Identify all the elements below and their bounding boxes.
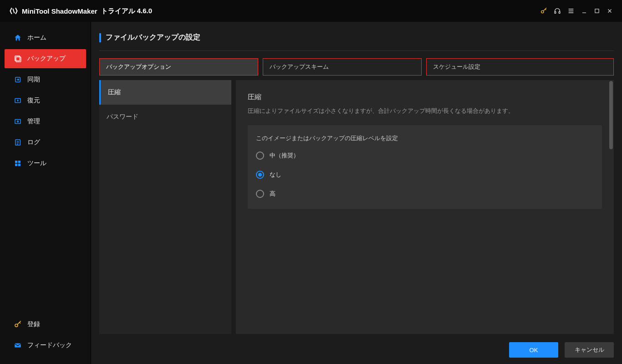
group-title: このイメージまたはバックアップの圧縮レベルを設定: [256, 134, 594, 142]
option-item-password[interactable]: パスワード: [99, 105, 231, 129]
radio-label: 中（推奨）: [270, 152, 299, 160]
svg-rect-12: [18, 161, 20, 163]
option-item-compression[interactable]: 圧縮: [99, 80, 231, 105]
radio-label: 高: [270, 190, 275, 198]
tab-label: バックアップオプション: [106, 63, 171, 71]
svg-rect-3: [595, 9, 599, 13]
tab-backup-scheme[interactable]: バックアップスキーム: [263, 58, 422, 76]
sidebar-item-label: 同期: [27, 76, 40, 84]
sidebar-item-manage[interactable]: 管理: [5, 112, 86, 131]
key-icon[interactable]: [540, 7, 547, 15]
sidebar-item-tools[interactable]: ツール: [5, 154, 86, 173]
sidebar-item-restore[interactable]: 復元: [5, 91, 86, 110]
main-panel: ファイルバックアップの設定 バックアップオプション バックアップスキーム スケジ…: [91, 22, 622, 364]
app-name: MiniTool ShadowMaker: [22, 7, 97, 15]
option-item-label: 圧縮: [108, 88, 121, 96]
body-split: 圧縮 パスワード 圧縮 圧縮によりファイルサイズは小さくなりますが、合計バックア…: [99, 80, 614, 334]
svg-rect-11: [15, 161, 17, 163]
page-header-mark: [99, 33, 101, 42]
app-logo-icon: [9, 6, 18, 15]
svg-rect-8: [15, 120, 20, 124]
svg-rect-14: [18, 164, 20, 166]
radio-icon: [256, 171, 264, 179]
radio-icon: [256, 190, 264, 198]
register-key-icon: [14, 320, 22, 329]
detail-scrollbar[interactable]: [609, 81, 613, 149]
tab-bar: バックアップオプション バックアップスキーム スケジュール設定: [99, 58, 614, 76]
sidebar-item-log[interactable]: ログ: [5, 133, 86, 152]
sidebar: ホーム バックアップ 同期 復元: [0, 22, 91, 364]
manage-icon: [14, 117, 22, 126]
tab-backup-options[interactable]: バックアップオプション: [99, 58, 258, 76]
restore-icon: [14, 96, 22, 105]
option-item-label: パスワード: [107, 113, 138, 120]
page-title: ファイルバックアップの設定: [106, 33, 200, 42]
sidebar-main-list: ホーム バックアップ 同期 復元: [0, 27, 91, 174]
compression-group: このイメージまたはバックアップの圧縮レベルを設定 中（推奨） なし 高: [248, 125, 602, 209]
maximize-icon[interactable]: [594, 8, 600, 14]
radio-option-high[interactable]: 高: [256, 190, 594, 198]
svg-rect-2: [559, 11, 560, 13]
minimize-icon[interactable]: [581, 8, 587, 14]
menu-icon[interactable]: [567, 7, 575, 15]
sync-icon: [14, 76, 22, 84]
footer: OK キャンセル: [99, 334, 614, 358]
sidebar-bottom-list: 登録 フィードバック: [0, 314, 91, 359]
close-icon[interactable]: [607, 8, 613, 14]
sidebar-item-sync[interactable]: 同期: [5, 70, 86, 89]
headset-icon[interactable]: [554, 7, 561, 15]
title-left: MiniTool ShadowMaker トライアル 4.6.0: [9, 6, 152, 15]
title-bar: MiniTool ShadowMaker トライアル 4.6.0: [0, 0, 622, 22]
sidebar-item-label: ホーム: [27, 34, 46, 42]
radio-dot: [258, 173, 262, 177]
detail-panel: 圧縮 圧縮によりファイルサイズは小さくなりますが、合計バックアップ時間が長くなる…: [236, 80, 614, 334]
radio-icon: [256, 152, 264, 160]
ok-button[interactable]: OK: [509, 342, 558, 358]
sidebar-item-label: バックアップ: [27, 55, 66, 63]
sidebar-item-home[interactable]: ホーム: [5, 28, 86, 47]
home-icon: [14, 34, 22, 42]
title-right: [540, 7, 613, 15]
page-header: ファイルバックアップの設定: [99, 33, 614, 51]
button-label: キャンセル: [575, 346, 604, 354]
sidebar-item-feedback[interactable]: フィードバック: [5, 336, 86, 355]
sidebar-item-label: 管理: [27, 117, 40, 126]
radio-option-none[interactable]: なし: [256, 171, 594, 179]
sidebar-item-register[interactable]: 登録: [5, 315, 86, 334]
tab-schedule[interactable]: スケジュール設定: [426, 58, 614, 76]
radio-label: なし: [270, 171, 281, 179]
radio-option-medium[interactable]: 中（推奨）: [256, 152, 594, 160]
detail-title: 圧縮: [248, 93, 602, 101]
svg-point-9: [17, 121, 19, 122]
sidebar-item-label: 登録: [27, 320, 40, 329]
tab-label: バックアップスキーム: [270, 63, 329, 71]
app-edition: トライアル 4.6.0: [101, 7, 153, 15]
sidebar-item-label: ログ: [27, 138, 40, 147]
button-label: OK: [530, 347, 538, 354]
feedback-mail-icon: [14, 341, 22, 349]
backup-icon: [14, 55, 22, 63]
detail-description: 圧縮によりファイルサイズは小さくなりますが、合計バックアップ時間が長くなる場合が…: [248, 107, 602, 115]
sidebar-item-backup[interactable]: バックアップ: [5, 49, 86, 68]
tab-label: スケジュール設定: [433, 63, 480, 71]
option-list: 圧縮 パスワード: [99, 80, 231, 334]
svg-rect-13: [15, 164, 17, 166]
sidebar-item-label: ツール: [27, 159, 46, 167]
log-icon: [14, 138, 22, 147]
tools-icon: [14, 159, 22, 167]
cancel-button[interactable]: キャンセル: [565, 342, 614, 358]
sidebar-item-label: フィードバック: [27, 341, 72, 349]
svg-rect-1: [555, 11, 556, 13]
sidebar-item-label: 復元: [27, 96, 40, 105]
